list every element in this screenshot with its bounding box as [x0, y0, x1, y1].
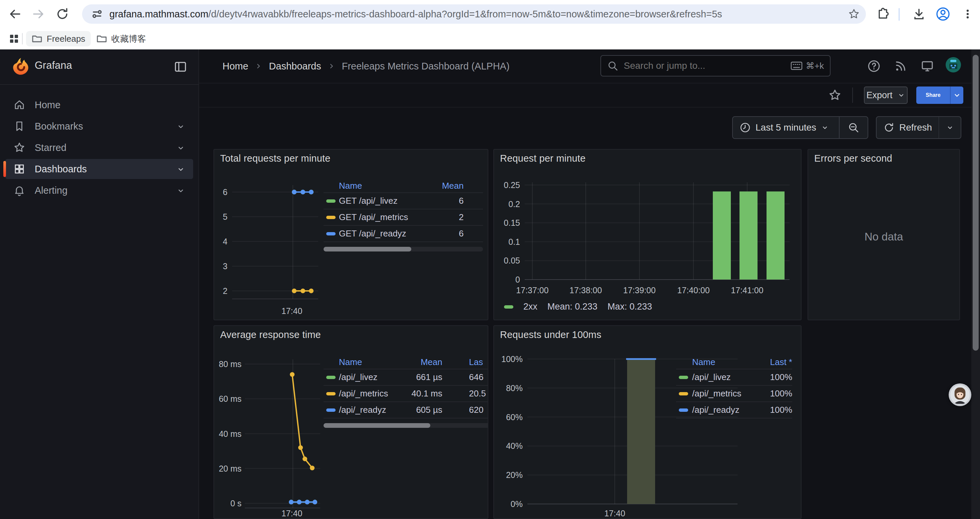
legend-series-name[interactable]: /api/_readyz [692, 405, 752, 415]
legend-scrollbar[interactable] [323, 423, 488, 428]
star-icon [13, 142, 26, 153]
requests-under-100ms-chart[interactable]: 100%80%60%40%20%0%17:40 [494, 326, 801, 518]
legend-column-header[interactable]: Name [339, 357, 410, 367]
grafana-logo-icon[interactable] [12, 57, 30, 75]
legend-value: 40.1 ms [410, 388, 442, 399]
legend-row[interactable]: GET /api/_livez6 [323, 192, 483, 209]
request-per-minute-chart[interactable]: 0.250.20.150.10.05017:37:0017:38:0017:39… [494, 150, 801, 319]
breadcrumb-dashboards[interactable]: Dashboards [269, 61, 321, 72]
refresh-button[interactable]: Refresh [877, 117, 939, 138]
legend-row[interactable]: /api/_livez100% [676, 369, 792, 385]
refresh-interval-chevron[interactable] [939, 117, 961, 138]
help-icon[interactable] [866, 58, 882, 74]
chevron-down-icon[interactable] [177, 186, 185, 195]
bookmark-folder-label: Freeleaps [47, 34, 85, 44]
svg-text:4: 4 [223, 237, 228, 246]
svg-text:100%: 100% [501, 355, 523, 364]
monitor-icon[interactable] [919, 58, 935, 74]
bookmark-star-icon[interactable] [846, 7, 861, 21]
legend-series-name[interactable]: GET /api/_metrics [339, 212, 434, 222]
legend-series-name[interactable]: /api/_readyz [339, 405, 410, 415]
sidebar-item-label: Dashboards [35, 164, 87, 175]
sidebar-item-dashboards[interactable]: Dashboards [5, 159, 193, 179]
legend-column-header[interactable]: Name [692, 357, 752, 367]
svg-text:17:38:00: 17:38:00 [570, 286, 602, 295]
forward-arrow-icon[interactable] [29, 4, 48, 24]
panel-total-requests-per-minute: 6543217:40 Total requests per minute Nam… [213, 149, 488, 320]
favorite-star-icon[interactable] [827, 87, 843, 103]
panel-requests-under-100ms: 100%80%60%40%20%0%17:40 Requests under 1… [493, 325, 802, 519]
site-info-icon[interactable] [91, 8, 103, 21]
url-text[interactable]: grafana.mathmast.com/d/deytv4rwavabkb/fr… [110, 9, 722, 20]
share-button-label[interactable]: Share [916, 86, 950, 104]
svg-text:17:40: 17:40 [282, 509, 302, 518]
legend-series-name[interactable]: /api/_metrics [339, 388, 410, 399]
breadcrumb-home[interactable]: Home [223, 61, 248, 72]
series-pill [679, 392, 688, 395]
svg-text:17:40: 17:40 [605, 509, 625, 518]
share-button[interactable]: Share [916, 86, 963, 104]
legend-row[interactable]: /api/_readyz100% [676, 401, 792, 418]
page-scrollbar-thumb[interactable] [973, 55, 978, 351]
panel-toggle-icon[interactable] [174, 60, 187, 73]
legend-series-name[interactable]: /api/_livez [339, 372, 410, 382]
svg-text:17:39:00: 17:39:00 [623, 286, 655, 295]
legend-row[interactable]: GET /api/_readyz6 [323, 225, 483, 241]
svg-text:0: 0 [515, 275, 520, 284]
legend-series-name[interactable]: 2xx [523, 302, 538, 312]
panel-title[interactable]: Total requests per minute [220, 153, 331, 164]
extensions-icon[interactable] [873, 4, 892, 24]
breadcrumb-separator-icon [328, 62, 335, 70]
legend-series-name[interactable]: /api/_livez [692, 372, 752, 382]
page-scrollbar[interactable] [971, 50, 980, 519]
legend-column-header[interactable]: Mean [410, 357, 442, 367]
user-avatar[interactable] [945, 57, 961, 73]
zoom-out-icon [848, 121, 859, 134]
profile-icon[interactable] [933, 4, 953, 24]
bookmark-folder-blogs[interactable]: 收藏博客 [91, 31, 151, 46]
sidebar-item-starred[interactable]: Starred [5, 137, 193, 158]
zoom-out-button[interactable] [840, 117, 868, 138]
sidebar-item-home[interactable]: Home [5, 95, 193, 115]
legend-series-name[interactable]: GET /api/_readyz [339, 228, 434, 239]
legend-header: NameLast * [676, 355, 792, 369]
kebab-menu-icon[interactable] [958, 4, 977, 24]
legend-column-header[interactable]: Last * [752, 357, 792, 367]
chevron-down-icon[interactable] [177, 144, 185, 152]
search-shortcut: ⌘+k [791, 61, 824, 71]
legend-series-name[interactable]: GET /api/_livez [339, 196, 434, 206]
legend-row[interactable]: /api/_readyz605 µs620 [323, 401, 488, 418]
brand-title[interactable]: Grafana [35, 59, 72, 72]
legend-row[interactable]: /api/_metrics100% [676, 385, 792, 401]
export-button[interactable]: Export [864, 86, 908, 104]
floating-avatar[interactable] [949, 383, 971, 406]
apps-grid-icon[interactable] [8, 33, 20, 45]
legend-series-name[interactable]: /api/_metrics [692, 388, 752, 399]
panel-title[interactable]: Errors per second [814, 153, 892, 164]
news-rss-icon[interactable] [892, 58, 908, 74]
sidebar-item-alerting[interactable]: Alerting [5, 180, 193, 200]
share-menu-chevron[interactable] [950, 86, 963, 104]
legend-column-header[interactable]: Mean [434, 181, 464, 191]
legend-row[interactable]: GET /api/_metrics2 [323, 209, 483, 225]
legend-column-header[interactable]: Name [339, 181, 434, 191]
bookmark-folder-freeleaps[interactable]: Freeleaps [26, 31, 91, 46]
svg-text:5: 5 [223, 212, 228, 222]
search-input[interactable] [623, 60, 791, 72]
back-arrow-icon[interactable] [5, 4, 25, 24]
address-bar[interactable]: grafana.mathmast.com/d/deytv4rwavabkb/fr… [82, 4, 866, 24]
chevron-down-icon[interactable] [177, 165, 185, 174]
download-icon[interactable] [909, 4, 929, 24]
reload-icon[interactable] [53, 4, 72, 24]
legend-scrollbar[interactable] [323, 247, 483, 251]
legend-row[interactable]: /api/_metrics40.1 ms20.5 r [323, 385, 488, 401]
panel-title[interactable]: Average response time [220, 329, 321, 340]
chevron-down-icon[interactable] [177, 122, 185, 131]
legend-column-header[interactable]: Las [442, 357, 488, 367]
panel-title[interactable]: Requests under 100ms [500, 329, 601, 340]
legend-row[interactable]: /api/_livez661 µs646 [323, 369, 488, 385]
time-range-picker[interactable]: Last 5 minutes [733, 117, 839, 138]
panel-title[interactable]: Request per minute [500, 153, 586, 164]
search-box[interactable]: ⌘+k [600, 55, 830, 77]
sidebar-item-bookmarks[interactable]: Bookmarks [5, 116, 193, 136]
